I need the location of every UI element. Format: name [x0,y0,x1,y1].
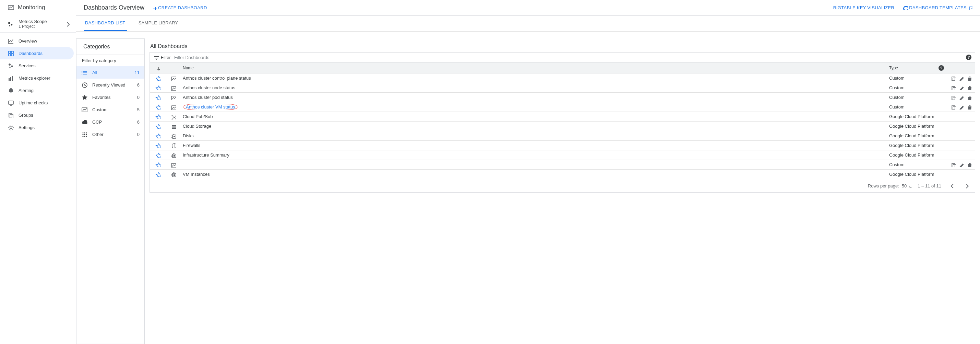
table-row[interactable]: VM Instances Google Cloud Platform [150,170,975,179]
dashboard-type: Custom [889,104,905,109]
sidebar-item-services[interactable]: Services [0,59,76,72]
dashboard-name[interactable]: Anthos cluster VM status [183,104,238,110]
monitoring-icon [8,5,14,11]
dashboard-name[interactable]: Infrastructure Summary [183,152,229,158]
tabs: DASHBOARD LISTSAMPLE LIBRARY [76,16,980,32]
favorite-toggle[interactable] [155,85,161,90]
chevron-down-icon [907,184,912,188]
bell-icon [8,87,14,93]
dashboard-name[interactable]: Anthos cluster control plane status [183,75,251,81]
type-help-icon[interactable]: ? [939,65,944,71]
category-count: 0 [137,95,140,100]
sidebar-item-label: Settings [19,125,35,130]
delete-button[interactable] [966,162,971,167]
table-row[interactable]: Anthos cluster VM status Custom [150,102,975,112]
dashboard-name[interactable]: Anthos cluster pod status [183,95,233,100]
table-row[interactable]: Anthos cluster pod status Custom [150,93,975,102]
favorite-toggle[interactable] [155,133,161,138]
copy-icon [8,112,14,118]
edit-button[interactable] [958,85,964,90]
filter-input[interactable]: Filter Dashboards [174,55,963,60]
category-fav[interactable]: Favorites 0 [76,91,144,103]
sidebar-item-alerting[interactable]: Alerting [0,84,76,96]
delete-button[interactable] [966,85,971,90]
favorite-toggle[interactable] [155,123,161,129]
clock-icon [81,82,88,88]
help-icon[interactable]: ? [966,54,971,60]
dashboard-type: Google Cloud Platform [889,172,934,177]
category-count: 0 [137,132,140,137]
sidebar-item-dashboards[interactable]: Dashboards [0,47,74,59]
delete-button[interactable] [966,75,971,81]
metrics-scope-selector[interactable]: Metrics Scope 1 Project [0,16,76,33]
dashboard-name[interactable]: VM Instances [183,172,210,177]
edit-button[interactable] [958,162,964,167]
table-row[interactable]: Custom [150,160,975,170]
copy-button[interactable] [950,104,956,109]
favorite-toggle[interactable] [155,162,161,167]
category-count: 11 [135,70,140,75]
tab-dashboard-list[interactable]: DASHBOARD LIST [84,16,127,31]
table-row[interactable]: Cloud Pub/Sub Google Cloud Platform [150,112,975,122]
plus-icon [152,5,157,10]
sidebar-item-uptime[interactable]: Uptime checks [0,96,76,109]
table-row[interactable]: Anthos cluster control plane status Cust… [150,74,975,83]
product-title: Monitoring [18,4,45,11]
dashboard-type: Google Cloud Platform [889,123,934,129]
pagination: Rows per page: 50 1 – 11 of 11 [150,179,975,193]
favorite-toggle[interactable] [155,95,161,100]
table-row[interactable]: Disks Google Cloud Platform [150,131,975,141]
column-type[interactable]: Type [889,66,898,70]
dashboard-name[interactable]: Cloud Pub/Sub [183,114,213,119]
category-all[interactable]: All 11 [76,66,144,78]
copy-button[interactable] [950,162,956,167]
filter-bar[interactable]: Filter Filter Dashboards ? [150,52,975,62]
dashboard-name[interactable]: Cloud Storage [183,123,211,129]
github-icon [902,5,908,10]
sidebar-item-label: Overview [19,38,37,43]
category-recent[interactable]: Recently Viewed 6 [76,78,144,91]
sidebar-item-metrics[interactable]: Metrics explorer [0,72,76,84]
dashboard-type: Custom [889,85,905,90]
copy-button[interactable] [950,75,956,81]
sidebar-item-label: Metrics explorer [19,75,50,81]
favorite-toggle[interactable] [155,114,161,119]
favorite-toggle[interactable] [155,104,161,109]
tab-sample-library[interactable]: SAMPLE LIBRARY [137,16,180,31]
dashboard-name[interactable]: Disks [183,133,194,138]
favorite-toggle[interactable] [155,75,161,81]
category-custom[interactable]: Custom 5 [76,103,144,116]
copy-button[interactable] [950,95,956,100]
copy-button[interactable] [950,85,956,90]
create-dashboard-button[interactable]: CREATE DASHBOARD [152,5,207,10]
bigtable-key-visualizer-link[interactable]: BIGTABLE KEY VISUALIZER [833,5,894,10]
sidebar-item-settings[interactable]: Settings [0,121,76,134]
table-row[interactable]: Infrastructure Summary Google Cloud Plat… [150,150,975,160]
dashboard-name[interactable]: Firewalls [183,143,200,148]
category-gcp[interactable]: GCP 6 [76,116,144,128]
table-row[interactable]: Cloud Storage Google Cloud Platform [150,122,975,131]
favorite-toggle[interactable] [155,143,161,148]
edit-button[interactable] [958,75,964,81]
dashboard-name[interactable]: Anthos cluster node status [183,85,235,90]
rows-per-page-select[interactable]: 50 [902,183,912,189]
sort-arrow-down-icon[interactable] [155,66,160,70]
next-page-button[interactable] [963,182,971,189]
category-other[interactable]: Other 0 [76,128,144,141]
delete-button[interactable] [966,95,971,100]
grid-icon [81,131,88,137]
sidebar-item-overview[interactable]: Overview [0,35,76,47]
dashboard-templates-link[interactable]: DASHBOARD TEMPLATES [902,5,972,10]
delete-button[interactable] [966,104,971,109]
edit-button[interactable] [958,104,964,109]
favorite-toggle[interactable] [155,152,161,158]
favorite-toggle[interactable] [155,172,161,177]
sidebar-item-groups[interactable]: Groups [0,109,76,121]
table-row[interactable]: Anthos cluster node status Custom [150,83,975,93]
edit-button[interactable] [958,95,964,100]
column-name[interactable]: Name [181,66,889,70]
bar-chart-icon [8,75,14,81]
table-row[interactable]: Firewalls Google Cloud Platform [150,141,975,150]
prev-page-button[interactable] [947,182,956,189]
gear-icon [8,124,14,130]
